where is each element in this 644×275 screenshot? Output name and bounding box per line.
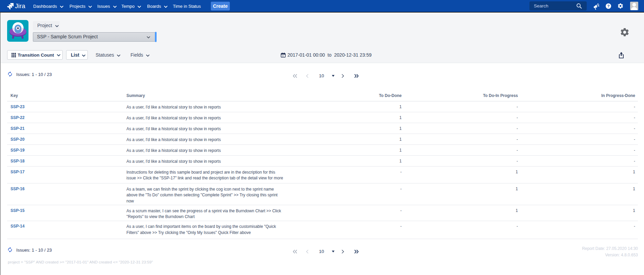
svg-text:?: ? <box>607 4 609 8</box>
